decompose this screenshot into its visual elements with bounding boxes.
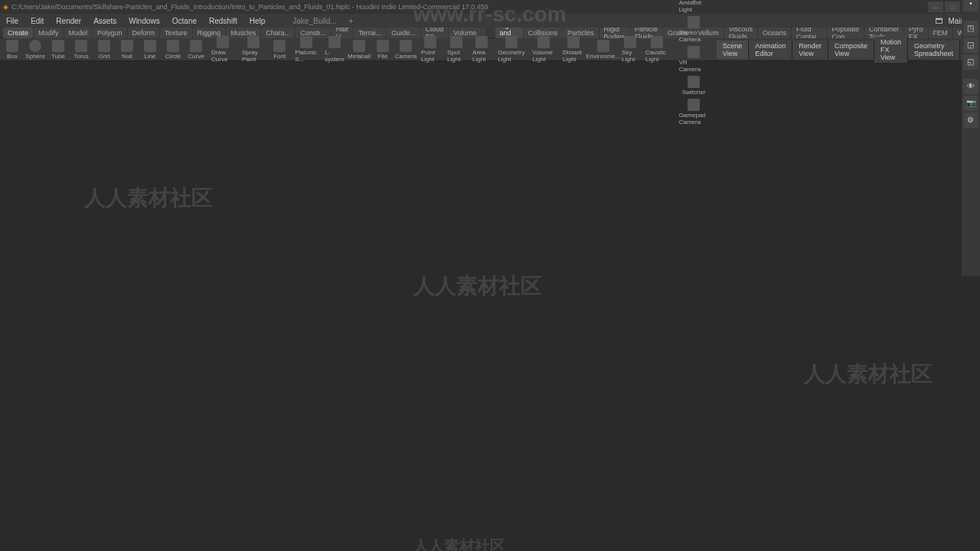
tool-grid[interactable]: Grid	[93, 34, 115, 64]
tool-circle[interactable]: Circle	[162, 34, 184, 64]
tab-sceneview[interactable]: Scene View	[717, 41, 750, 59]
opt1-icon[interactable]: ◳	[963, 21, 978, 36]
menu-redshift[interactable]: Redshift	[206, 15, 240, 27]
tool-font[interactable]: Font	[269, 34, 290, 64]
tool-stereocam[interactable]: Stereo Camera	[676, 15, 712, 44]
app-icon: ◈	[3, 3, 8, 11]
tool-platonic[interactable]: Platonic S...	[292, 34, 321, 64]
tool-file[interactable]: File	[372, 34, 394, 64]
menu-windows[interactable]: Windows	[126, 15, 163, 27]
shelf-tab[interactable]: Fluid Contai...	[792, 28, 827, 38]
menu-render[interactable]: Render	[53, 15, 84, 27]
shelf-tab[interactable]: Viscous Fluids	[724, 28, 757, 38]
menu-octane[interactable]: Octane	[169, 15, 200, 27]
tool-ambient[interactable]: Ambient Light	[676, 0, 712, 15]
tool-geolight[interactable]: Geometry Light	[495, 0, 528, 129]
menu-edit[interactable]: Edit	[28, 15, 47, 27]
shelf-tab[interactable]: Oceans	[758, 28, 791, 38]
watermark: 人人素材社区	[413, 536, 505, 551]
tool-portal[interactable]: Portal Light Ambient Light Stereo Camera…	[673, 0, 715, 129]
display-icon[interactable]: 👁	[963, 79, 978, 94]
tool-distlight[interactable]: Distant Light	[560, 0, 587, 129]
tab-animeditor[interactable]: Animation Editor	[749, 41, 792, 59]
shelf-tools: Box Sphere Tube Torus Grid Null Line Cir…	[0, 38, 980, 61]
watermark: 人人素材社区	[413, 272, 542, 301]
tool-box[interactable]: Box	[2, 34, 23, 64]
tool-caustic[interactable]: Caustic Light	[642, 0, 671, 129]
tab-compview[interactable]: Composite View	[828, 41, 874, 59]
tool-null[interactable]: Null	[116, 34, 138, 64]
watermark: 人人素材社区	[84, 184, 213, 213]
render-icon[interactable]: 📷	[963, 96, 978, 111]
tool-spotlight[interactable]: Spot Light	[444, 0, 468, 129]
tool-line[interactable]: Line	[139, 34, 161, 64]
tool-envlight[interactable]: Environme...	[589, 0, 617, 129]
tool-gamepad[interactable]: Gamepad Camera	[676, 97, 712, 127]
watermark: 人人素材社区	[804, 360, 933, 389]
tool-arealight[interactable]: Area Light	[469, 0, 493, 129]
tool-sphere[interactable]: Sphere	[24, 34, 46, 64]
tool-vollight[interactable]: Volume Light	[529, 0, 558, 129]
tab-motionfx[interactable]: Motion FX View	[874, 37, 908, 63]
viewport-left-toolbar: ⬚ ✥ ↻ ▲ ∿ ⬮ ▨ ⩇ • ◳ ◲ ◱ 👁 📷 ⚙	[962, 0, 980, 276]
tool-skylight[interactable]: Sky Light	[619, 0, 641, 129]
tool-drawcurve[interactable]: Draw Curve	[208, 34, 237, 64]
pane-tabs: Scene View Animation Editor Render View …	[717, 44, 960, 56]
opt3-icon[interactable]: ◱	[963, 54, 978, 70]
tool-spraypaint[interactable]: Spray Paint	[239, 34, 267, 64]
tool-lsystem[interactable]: L-system	[322, 34, 346, 64]
handle-icon[interactable]: ⚙	[963, 112, 978, 128]
tab-display[interactable]: Jake_Build...	[289, 15, 339, 27]
tool-vrcam[interactable]: VR Camera	[676, 44, 712, 74]
tab-geosheet[interactable]: Geometry Spreadsheet	[908, 41, 960, 59]
shelf-tab[interactable]: FEM	[929, 28, 952, 38]
menu-help[interactable]: Help	[247, 15, 269, 27]
tool-switcher[interactable]: Switcher	[679, 74, 709, 97]
shelf-tab[interactable]: Populate Con...	[828, 28, 864, 38]
opt2-icon[interactable]: ◲	[963, 37, 978, 53]
maximize-button[interactable]: □	[945, 2, 960, 12]
tool-torus[interactable]: Torus	[70, 34, 92, 64]
tool-tube[interactable]: Tube	[47, 34, 69, 64]
tool-camera[interactable]: Camera	[395, 0, 416, 129]
tab-renderview[interactable]: Render View	[792, 41, 828, 59]
menu-file[interactable]: File	[3, 15, 21, 27]
minimize-button[interactable]: —	[928, 2, 943, 12]
tool-pointlight[interactable]: Point Light	[418, 0, 443, 129]
menu-assets[interactable]: Assets	[90, 15, 119, 27]
tool-curve[interactable]: Curve	[185, 34, 207, 64]
tool-metaball[interactable]: Metaball	[348, 34, 370, 64]
dot-icon[interactable]: •	[963, 0, 978, 11]
